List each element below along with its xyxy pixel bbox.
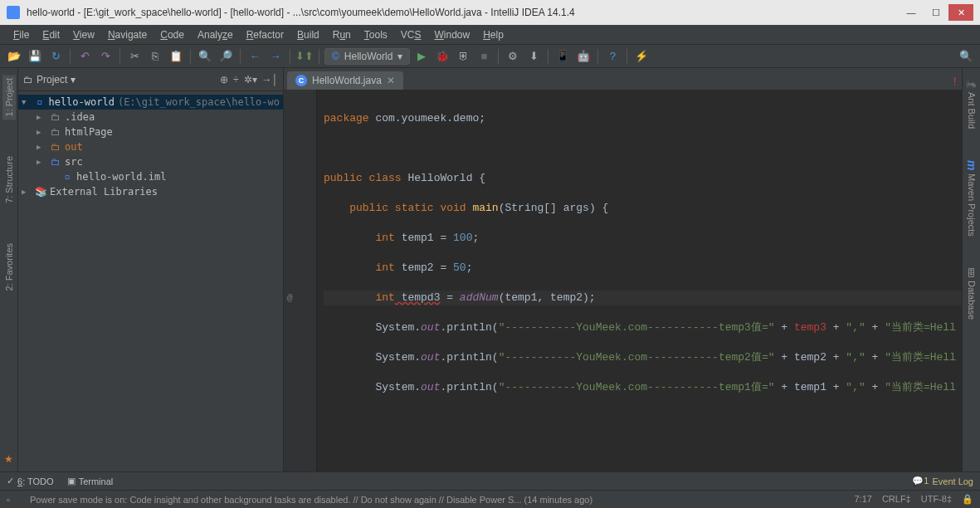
menu-analyze[interactable]: Analyze (191, 27, 240, 43)
menu-tools[interactable]: Tools (358, 27, 394, 43)
lock-icon[interactable]: 🔒 (962, 494, 973, 505)
replace-icon[interactable]: 🔎 (217, 47, 235, 66)
window-title: hello-world - [E:\git_work_space\hello-w… (27, 7, 899, 18)
menu-code[interactable]: Code (154, 27, 191, 43)
hide-icon[interactable]: →│ (262, 74, 279, 85)
tab-todo[interactable]: ✓6: TODO (7, 476, 54, 486)
arrow-down-icon: ▼ (22, 98, 31, 106)
tab-favorites[interactable]: 2: Favorites (2, 240, 16, 294)
app-logo-icon (7, 6, 20, 19)
close-button[interactable]: ✕ (948, 4, 973, 21)
menu-refactor[interactable]: Refactor (240, 27, 290, 43)
line-separator[interactable]: CRLF‡ (882, 494, 911, 505)
menu-build[interactable]: Build (290, 27, 326, 43)
help-icon[interactable]: ? (603, 47, 622, 66)
folder-icon: 🗀 (50, 126, 61, 138)
find-icon[interactable]: 🔍 (196, 47, 214, 66)
minimize-button[interactable]: — (899, 4, 924, 21)
status-icon[interactable]: ▫ (7, 495, 20, 505)
stop-icon[interactable]: ■ (475, 47, 493, 66)
tab-label: HelloWorld.java (312, 75, 382, 86)
tab-database[interactable]: 🗄Database (965, 265, 978, 323)
android-icon[interactable]: 🤖 (574, 47, 592, 66)
cursor-position[interactable]: 7:17 (854, 494, 871, 505)
editor: C HelloWorld.java ✕ @ package com.youmee… (284, 68, 962, 471)
menu-window[interactable]: Window (427, 27, 476, 43)
tab-close-icon[interactable]: ✕ (387, 75, 395, 86)
settings-icon[interactable]: ✲▾ (244, 74, 257, 85)
override-marker-icon[interactable]: @ (287, 291, 293, 305)
tree-node-idea[interactable]: ▶ 🗀 .idea (18, 110, 283, 125)
module-icon: ▫ (34, 96, 45, 108)
tab-terminal[interactable]: ▣Terminal (67, 476, 114, 486)
save-icon[interactable]: 💾 (26, 47, 44, 66)
library-icon: 📚 (35, 186, 46, 198)
toolbar: 📂 💾 ↻ ↶ ↷ ✂ ⎘ 📋 🔍 🔎 ← → ⬇⬆ © HelloWorld … (0, 45, 980, 68)
sdk-icon[interactable]: ⬇ (524, 47, 543, 66)
maximize-button[interactable]: ☐ (924, 4, 948, 21)
undo-icon[interactable]: ↶ (76, 47, 94, 66)
tree-node-htmlpage[interactable]: ▶ 🗀 htmlPage (18, 125, 283, 139)
tree-node-iml[interactable]: ▫ hello-world.iml (18, 169, 283, 184)
editor-gutter: @ (284, 90, 317, 471)
make-icon[interactable]: ⬇⬆ (295, 47, 314, 66)
ant-icon: 🐜 (966, 78, 977, 89)
menu-run[interactable]: Run (326, 27, 358, 43)
sync-icon[interactable]: ↻ (46, 47, 65, 66)
todo-icon: ✓ (7, 476, 14, 486)
paste-icon[interactable]: 📋 (167, 47, 185, 66)
java-class-icon: C (295, 75, 307, 86)
arrow-right-icon: ▶ (37, 158, 46, 166)
search-everywhere-icon[interactable]: 🔍 (957, 47, 975, 66)
tab-project[interactable]: 1: Project (2, 75, 16, 120)
back-icon[interactable]: ← (246, 47, 264, 66)
forward-icon[interactable]: → (266, 47, 285, 66)
editor-tab[interactable]: C HelloWorld.java ✕ (287, 71, 403, 90)
power-save-icon[interactable]: ⚡ (632, 47, 651, 66)
dropdown-icon: ▾ (71, 74, 76, 85)
code-content[interactable]: package com.youmeek.demo; public class H… (317, 90, 962, 471)
menu-vcs[interactable]: VCS (394, 27, 428, 43)
coverage-icon[interactable]: ⛨ (454, 47, 472, 66)
tab-structure[interactable]: 7: Structure (2, 153, 16, 207)
scroll-from-source-icon[interactable]: ⊕ (220, 74, 228, 85)
run-config-selector[interactable]: © HelloWorld ▾ (324, 48, 410, 65)
tree-node-out[interactable]: ▶ 🗀 out (18, 139, 283, 154)
menu-view[interactable]: View (66, 27, 101, 43)
avd-icon[interactable]: ⚙ (504, 47, 522, 66)
tree-root[interactable]: ▼ ▫ hello-world (E:\git_work_space\hello… (18, 95, 283, 110)
favorite-star-icon[interactable]: ★ (4, 453, 13, 465)
tab-ant-build[interactable]: 🐜Ant Build (964, 75, 978, 132)
project-view-selector[interactable]: 🗀 Project ▾ (23, 74, 215, 85)
folder-icon: 🗀 (23, 74, 33, 85)
code-area[interactable]: @ package com.youmeek.demo; public class… (284, 90, 962, 471)
cut-icon[interactable]: ✂ (125, 47, 144, 66)
balloon-icon: 💬1 (912, 476, 929, 486)
arrow-right-icon: ▶ (37, 113, 46, 121)
menu-navigate[interactable]: Navigate (101, 27, 154, 43)
copy-icon[interactable]: ⎘ (146, 47, 164, 66)
redo-icon[interactable]: ↷ (96, 47, 115, 66)
menubar: File Edit View Navigate Code Analyze Ref… (0, 25, 980, 45)
encoding[interactable]: UTF-8‡ (921, 494, 952, 505)
event-log-button[interactable]: 💬1Event Log (912, 476, 973, 486)
attach-icon[interactable]: 📱 (553, 47, 572, 66)
run-icon[interactable]: ▶ (412, 47, 431, 66)
arrow-right-icon: ▶ (37, 143, 46, 151)
tree-external-libs[interactable]: ▶ 📚 External Libraries (18, 184, 283, 199)
terminal-icon: ▣ (67, 476, 76, 486)
maven-icon: m (965, 160, 978, 170)
open-icon[interactable]: 📂 (5, 47, 23, 66)
tab-maven[interactable]: mMaven Projects (963, 157, 980, 240)
menu-help[interactable]: Help (476, 27, 510, 43)
project-panel: 🗀 Project ▾ ⊕ ÷ ✲▾ →│ ▼ ▫ hello-world (E… (18, 68, 284, 471)
debug-icon[interactable]: 🐞 (433, 47, 451, 66)
left-tool-gutter: 1: Project 7: Structure 2: Favorites ★ (0, 68, 18, 471)
status-message: Power save mode is on: Code insight and … (30, 495, 844, 505)
menu-edit[interactable]: Edit (36, 27, 66, 43)
tree-node-src[interactable]: ▶ 🗀 src (18, 154, 283, 169)
collapse-icon[interactable]: ÷ (233, 74, 239, 85)
folder-icon: 🗀 (50, 111, 61, 123)
menu-file[interactable]: File (7, 27, 36, 43)
folder-icon: 🗀 (50, 141, 61, 153)
